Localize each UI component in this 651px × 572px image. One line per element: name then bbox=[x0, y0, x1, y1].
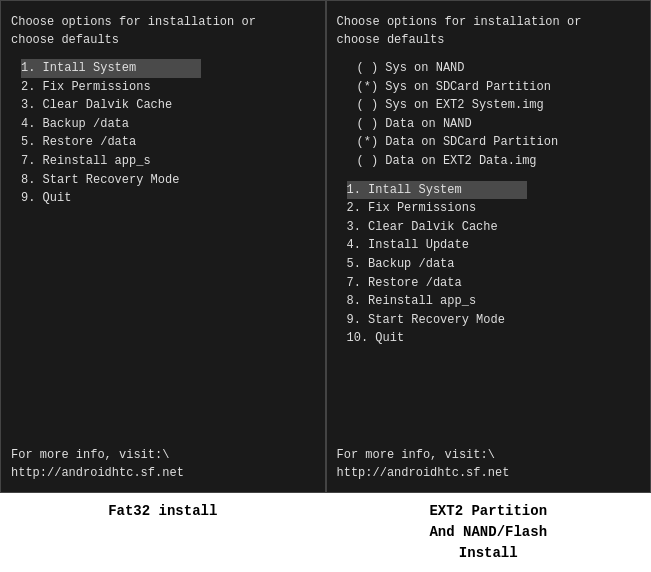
right-radio-item[interactable]: (*) Data on SDCard Partition bbox=[357, 133, 641, 152]
right-footer: For more info, visit:\ http://androidhtc… bbox=[337, 436, 641, 482]
left-menu-item[interactable]: 5. Restore /data bbox=[21, 133, 315, 152]
captions-bar: Fat32 install EXT2 Partition And NAND/Fl… bbox=[0, 493, 651, 572]
left-menu-item[interactable]: 7. Reinstall app_s bbox=[21, 152, 315, 171]
left-header-line1: Choose options for installation or bbox=[11, 13, 315, 31]
right-footer-line2: http://androidhtc.sf.net bbox=[337, 464, 641, 482]
right-menu-item[interactable]: 10. Quit bbox=[347, 329, 641, 348]
left-panel: Choose options for installation or choos… bbox=[0, 0, 326, 493]
right-panel-header: Choose options for installation or choos… bbox=[337, 13, 641, 49]
left-panel-header: Choose options for installation or choos… bbox=[11, 13, 315, 49]
right-footer-line1: For more info, visit:\ bbox=[337, 446, 641, 464]
right-radio-item[interactable]: ( ) Sys on EXT2 System.img bbox=[357, 96, 641, 115]
right-radio-item[interactable]: ( ) Data on NAND bbox=[357, 115, 641, 134]
left-footer: For more info, visit:\ http://androidhtc… bbox=[11, 436, 315, 482]
left-menu-item[interactable]: 2. Fix Permissions bbox=[21, 78, 315, 97]
right-menu-item[interactable]: 7. Restore /data bbox=[347, 274, 641, 293]
left-menu: 1. Intall System2. Fix Permissions3. Cle… bbox=[21, 59, 315, 208]
right-radio-item[interactable]: (*) Sys on SDCard Partition bbox=[357, 78, 641, 97]
left-menu-item[interactable]: 4. Backup /data bbox=[21, 115, 315, 134]
right-menu-item[interactable]: 9. Start Recovery Mode bbox=[347, 311, 641, 330]
right-menu-item[interactable]: 1. Intall System bbox=[347, 181, 527, 200]
left-caption: Fat32 install bbox=[0, 493, 326, 572]
left-footer-line1: For more info, visit:\ bbox=[11, 446, 315, 464]
right-radio-item[interactable]: ( ) Sys on NAND bbox=[357, 59, 641, 78]
right-caption: EXT2 Partition And NAND/Flash Install bbox=[326, 493, 652, 572]
left-menu-item[interactable]: 9. Quit bbox=[21, 189, 315, 208]
right-menu-item[interactable]: 5. Backup /data bbox=[347, 255, 641, 274]
right-menu-item[interactable]: 3. Clear Dalvik Cache bbox=[347, 218, 641, 237]
right-header-line2: choose defaults bbox=[337, 31, 641, 49]
right-header-line1: Choose options for installation or bbox=[337, 13, 641, 31]
right-menu-item[interactable]: 4. Install Update bbox=[347, 236, 641, 255]
right-menu-item[interactable]: 2. Fix Permissions bbox=[347, 199, 641, 218]
right-menu-item[interactable]: 8. Reinstall app_s bbox=[347, 292, 641, 311]
left-menu-item[interactable]: 8. Start Recovery Mode bbox=[21, 171, 315, 190]
left-menu-item[interactable]: 3. Clear Dalvik Cache bbox=[21, 96, 315, 115]
left-header-line2: choose defaults bbox=[11, 31, 315, 49]
left-footer-line2: http://androidhtc.sf.net bbox=[11, 464, 315, 482]
right-panel: Choose options for installation or choos… bbox=[326, 0, 652, 493]
left-menu-item[interactable]: 1. Intall System bbox=[21, 59, 201, 78]
right-menu: 1. Intall System2. Fix Permissions3. Cle… bbox=[347, 181, 641, 348]
right-radio-item[interactable]: ( ) Data on EXT2 Data.img bbox=[357, 152, 641, 171]
right-radio-section: ( ) Sys on NAND(*) Sys on SDCard Partiti… bbox=[357, 59, 641, 171]
